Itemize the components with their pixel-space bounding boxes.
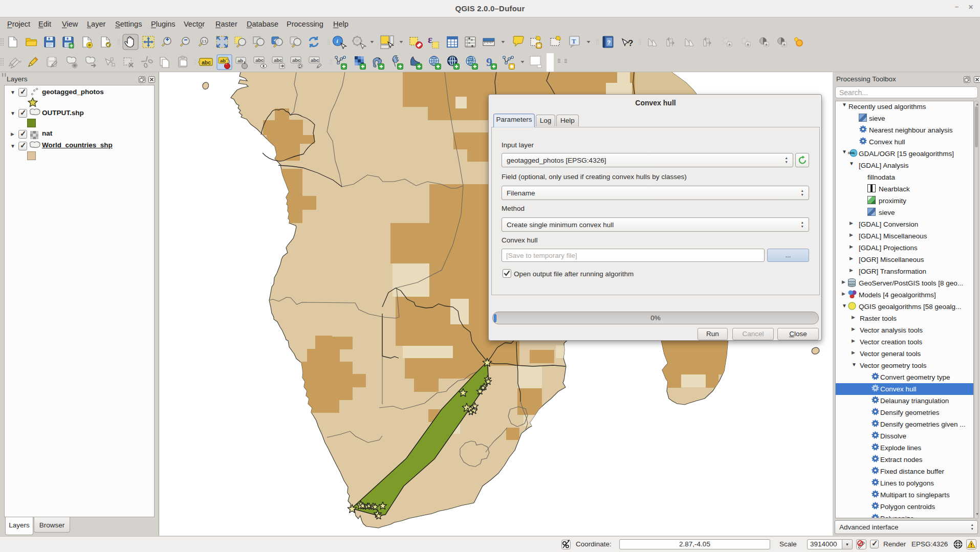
svg-text:?: ? [628, 38, 633, 48]
svg-text:ab: ab [220, 58, 226, 63]
svg-text:abc: abc [202, 59, 211, 65]
svg-text:?: ? [607, 39, 611, 46]
svg-text:T: T [572, 37, 576, 45]
svg-text:ε: ε [428, 33, 432, 46]
svg-text:abc: abc [292, 57, 300, 63]
svg-text:abc: abc [255, 57, 264, 63]
svg-text:abc: abc [274, 57, 282, 63]
svg-text:ab: ab [237, 58, 243, 63]
svg-text:1:1: 1:1 [202, 39, 207, 43]
svg-text:abc: abc [311, 57, 319, 63]
